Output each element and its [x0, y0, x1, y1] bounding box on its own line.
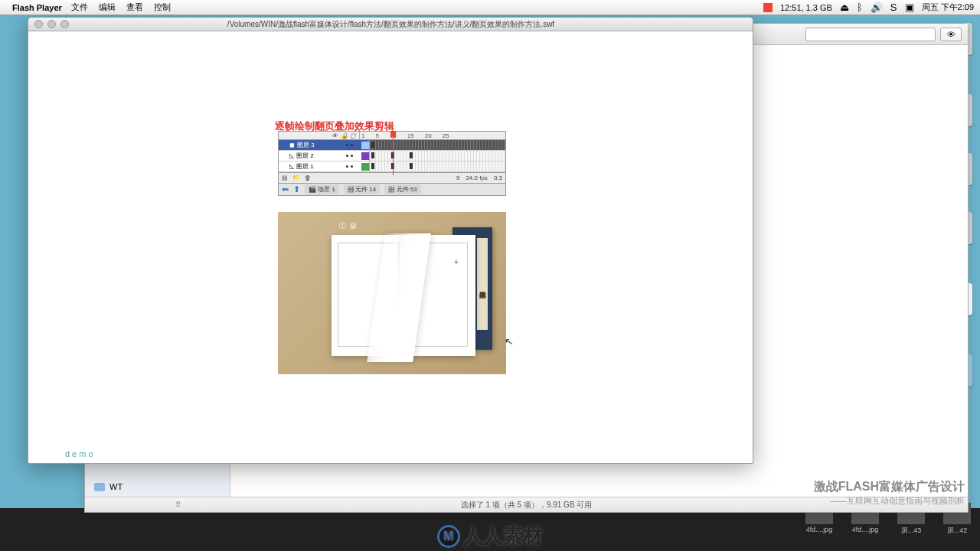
promo-text: 激战FLASH富媒体广告设计 ——互联网互动创意指南与视频剖析 — [814, 479, 965, 507]
eject-icon[interactable]: ⏏ — [840, 2, 849, 13]
back-icon[interactable]: ⬅ — [282, 184, 289, 194]
timeline-footer: ▤ 📁 🗑 9 24.0 fps 0.3 — [278, 173, 506, 184]
layer-row[interactable]: ◺图层 1 — [279, 161, 505, 172]
registration-icon: + — [454, 258, 459, 266]
logo-icon: M — [437, 525, 460, 548]
edit-breadcrumb: ⬅ ⬆ 🎬 场景 1 ▦ 元件 14 ▦ 元件 53 — [278, 184, 506, 196]
open-book: + — [332, 235, 475, 356]
layer-row[interactable]: ◼图层 3 — [279, 140, 505, 151]
layers-panel: ◼图层 3 ◺图层 2 ◺图层 1 — [278, 140, 506, 173]
scene-crumb[interactable]: 🎬 场景 1 — [305, 184, 339, 194]
demo-label: demo — [65, 449, 96, 458]
menubar: Flash Player 文件 编辑 查看 控制 12:51, 1.3 GB ⏏… — [0, 0, 980, 15]
window-title: /Volumes/WIN/激战flash富媒体设计/flash方法/翻页效果的制… — [75, 19, 753, 30]
up-icon[interactable]: ⬆ — [293, 184, 300, 194]
input-icon[interactable]: S — [890, 2, 897, 13]
symbol-crumb[interactable]: ▦ 元件 14 — [344, 184, 380, 194]
menu-file[interactable]: 文件 — [71, 2, 88, 13]
playhead[interactable] — [393, 131, 394, 175]
menu-control[interactable]: 控制 — [154, 2, 171, 13]
grip-icon: ⠿ — [175, 500, 181, 509]
flash-ide-timeline: 👁 🔒 ▢ 1 5 10 15 20 25 ◼图层 3 — [278, 131, 506, 196]
volume-icon[interactable]: 🔊 — [871, 2, 883, 13]
menu-edit[interactable]: 编辑 — [99, 2, 116, 13]
window-titlebar[interactable]: /Volumes/WIN/激战flash富媒体设计/flash方法/翻页效果的制… — [28, 18, 753, 31]
layer-row[interactable]: ◺图层 2 — [279, 151, 505, 161]
battery-icon[interactable]: ▣ — [905, 2, 914, 13]
symbol-crumb[interactable]: ▦ 元件 53 — [384, 184, 420, 194]
book-spine-title: 本草纲目拾遗 — [477, 238, 488, 330]
site-watermark: M 人人素材 — [437, 523, 543, 549]
traffic-lights[interactable] — [28, 20, 75, 28]
flash-player-window: /Volumes/WIN/激战flash富媒体设计/flash方法/翻页效果的制… — [28, 17, 753, 464]
folder-icon — [94, 483, 105, 491]
stage-canvas: ① 极 本草纲目拾遗 + — [278, 212, 506, 374]
outline-icon[interactable]: ▢ — [350, 132, 356, 139]
new-layer-icon[interactable]: ▤ — [282, 174, 288, 181]
bluetooth-icon[interactable]: ᛒ — [857, 2, 863, 13]
search-input[interactable] — [805, 28, 936, 41]
app-name[interactable]: Flash Player — [12, 3, 62, 12]
trash-icon[interactable]: 🗑 — [305, 174, 311, 181]
time-badge: 12:51, 1.3 GB — [780, 3, 832, 12]
lock-icon[interactable]: 🔒 — [341, 132, 347, 139]
cursor-icon: ↖ — [504, 334, 515, 348]
clock[interactable]: 周五 下午2:09 — [922, 2, 974, 13]
flash-content: 逐帧绘制翻页叠加效果剪辑 👁 🔒 ▢ 1 5 10 15 20 25 — [28, 31, 753, 463]
menu-view[interactable]: 查看 — [126, 2, 143, 13]
recording-icon — [763, 3, 773, 12]
canvas-watermark: ① 极 — [339, 221, 358, 231]
eye-icon[interactable]: 👁 — [332, 132, 338, 139]
sidebar-item-wt[interactable]: WT — [85, 480, 230, 494]
new-folder-icon[interactable]: 📁 — [292, 174, 300, 181]
quicklook-button[interactable]: 👁 — [940, 28, 962, 41]
